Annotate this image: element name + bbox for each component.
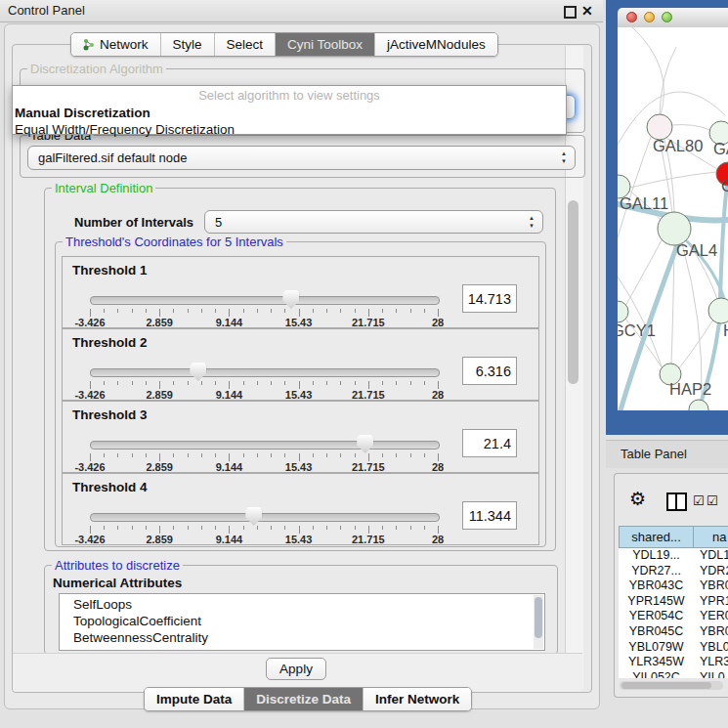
float-window-icon[interactable]	[564, 6, 577, 19]
network-window-titlebar[interactable]	[618, 8, 728, 28]
list-item[interactable]: SelfLoops	[60, 596, 544, 613]
close-traffic-light-icon[interactable]	[626, 12, 637, 22]
table-row[interactable]: YLR345WYLR3	[619, 655, 728, 670]
threshold-slider[interactable]	[90, 296, 440, 305]
cell-shared-name[interactable]: YBR045C	[619, 624, 694, 640]
scale-label: 21.715	[352, 317, 385, 328]
cell-shared-name[interactable]: YDL19...	[619, 548, 694, 564]
network-edge[interactable]	[678, 320, 713, 369]
slider-thumb[interactable]	[357, 435, 373, 453]
network-edge[interactable]	[632, 27, 664, 115]
tab-impute-data[interactable]: Impute Data	[145, 688, 244, 710]
scale-label: 2.859	[146, 534, 173, 545]
tab-discretize-data[interactable]: Discretize Data	[244, 688, 364, 710]
cell-name[interactable]: YBL0	[694, 640, 728, 656]
network-edge[interactable]	[660, 47, 676, 114]
network-node[interactable]	[689, 400, 708, 410]
table-row[interactable]: YDL19...YDL1	[619, 548, 728, 564]
dropdown-option-equal-width[interactable]: Equal Width/Frequency Discretization	[13, 122, 566, 137]
network-edge-highlighted[interactable]	[720, 186, 727, 298]
scale-label: 9.144	[216, 461, 243, 473]
network-node[interactable]	[658, 212, 691, 245]
tab-jactivemnodules[interactable]: jActiveMNodules	[375, 33, 497, 56]
cell-shared-name[interactable]: YBL079W	[619, 640, 694, 656]
columns-icon[interactable]	[666, 492, 687, 511]
threshold-box: Threshold 3-3.4262.8599.14415.4321.71528…	[62, 401, 539, 473]
list-item[interactable]: BetweennessCentrality	[60, 629, 544, 646]
network-node[interactable]	[708, 298, 728, 323]
panel-scrollbar-thumb[interactable]	[568, 200, 578, 384]
algorithm-group-title: Discretization Algorithm	[27, 62, 166, 76]
checkbox-icon[interactable]: ☑	[693, 494, 705, 507]
cell-shared-name[interactable]: YDR27...	[619, 564, 694, 579]
checkbox-icon[interactable]: ☑	[707, 494, 718, 507]
network-edge[interactable]	[671, 125, 710, 130]
tab-label: Discretize Data	[256, 688, 351, 710]
numerical-attributes-list[interactable]: SelfLoopsTopologicalCoefficientBetweenne…	[59, 593, 545, 651]
threshold-slider[interactable]	[90, 513, 440, 522]
scale-label: 2.859	[146, 389, 173, 401]
tab-select[interactable]: Select	[215, 33, 277, 56]
dropdown-option-manual[interactable]: Manual Discretization	[13, 106, 566, 120]
column-header-shared[interactable]: shared...	[619, 526, 694, 548]
table-body[interactable]: YDL19...YDL1YDR27...YDR2YBR043CYBR0YPR14…	[619, 548, 728, 678]
tab-cyni-toolbox[interactable]: Cyni Toolbox	[276, 33, 375, 56]
num-intervals-value: 5	[215, 211, 222, 234]
threshold-slider[interactable]	[90, 368, 440, 377]
network-edge[interactable]	[630, 172, 716, 188]
horizontal-scrollbar-thumb[interactable]	[621, 682, 711, 689]
tab-style[interactable]: Style	[161, 33, 215, 56]
threshold-slider[interactable]	[90, 441, 440, 450]
scale-label: 15.43	[285, 461, 313, 473]
table-row[interactable]: YBR045CYBR0	[619, 624, 728, 640]
network-node-label: GCY1	[618, 321, 656, 339]
table-row[interactable]: YDR27...YDR2	[619, 564, 728, 579]
network-edge[interactable]	[682, 243, 702, 399]
tab-network[interactable]: Network	[71, 33, 161, 56]
table-row[interactable]: YPR145WYPR1	[619, 594, 728, 610]
scale-label: 15.43	[285, 389, 313, 401]
table-header-row: shared... na	[619, 526, 728, 548]
threshold-value-field[interactable]: 6.316	[462, 357, 517, 385]
threshold-value-field[interactable]: 21.4	[462, 429, 517, 457]
gear-icon[interactable]: ⚙	[629, 490, 646, 508]
close-icon[interactable]: ✕	[581, 0, 593, 21]
cell-name[interactable]: YBR0	[694, 624, 728, 640]
cell-shared-name[interactable]: YER054C	[619, 609, 694, 624]
threshold-value-field[interactable]: 14.713	[462, 284, 517, 313]
slider-thumb[interactable]	[282, 290, 299, 309]
cell-name[interactable]: YBR0	[694, 578, 728, 594]
list-item[interactable]: TopologicalCoefficient	[60, 613, 544, 629]
num-intervals-combobox[interactable]: 5 ▲▼	[204, 210, 543, 234]
cell-name[interactable]: YLR3	[694, 655, 728, 670]
cell-name[interactable]: YDL1	[694, 548, 728, 564]
table-data-combobox[interactable]: galFiltered.sif default node ▲▼	[27, 146, 576, 170]
table-row[interactable]: YBL079WYBL0	[619, 640, 728, 656]
cell-name[interactable]: YER0	[694, 609, 728, 624]
cell-shared-name[interactable]: YBR043C	[619, 578, 694, 594]
slider-thumb[interactable]	[190, 363, 206, 381]
column-header-name[interactable]: na	[694, 526, 728, 548]
scale-label: 21.715	[352, 389, 385, 401]
cell-shared-name[interactable]: YPR145W	[619, 594, 694, 610]
threshold-value-field[interactable]: 11.344	[462, 501, 517, 530]
cell-name[interactable]: YDR2	[694, 564, 728, 579]
cell-shared-name[interactable]: YIL052C	[619, 670, 694, 678]
minimize-traffic-light-icon[interactable]	[644, 12, 655, 22]
table-row[interactable]: YBR043CYBR0	[619, 578, 728, 594]
cell-shared-name[interactable]: YLR345W	[619, 655, 694, 670]
cell-name[interactable]: YPR1	[694, 594, 728, 610]
cell-name[interactable]: YIL0	[694, 670, 725, 678]
table-row[interactable]: YIL052CYIL0	[619, 670, 728, 678]
list-scrollbar[interactable]	[534, 595, 543, 649]
zoom-traffic-light-icon[interactable]	[662, 12, 672, 22]
network-canvas[interactable]: GAL80GACGAL11GAL4GCY1HHAP2	[618, 27, 728, 410]
tab-infer-network[interactable]: Infer Network	[364, 688, 471, 710]
table-row[interactable]: YER054CYER0	[619, 609, 728, 624]
list-scrollbar-thumb[interactable]	[535, 597, 542, 638]
slider-scale: -3.4262.8599.14415.4321.71528	[90, 461, 438, 473]
apply-button[interactable]: Apply	[266, 658, 326, 680]
horizontal-scrollbar[interactable]	[620, 681, 723, 690]
apply-strip: Apply	[13, 653, 582, 692]
slider-thumb[interactable]	[245, 507, 262, 526]
